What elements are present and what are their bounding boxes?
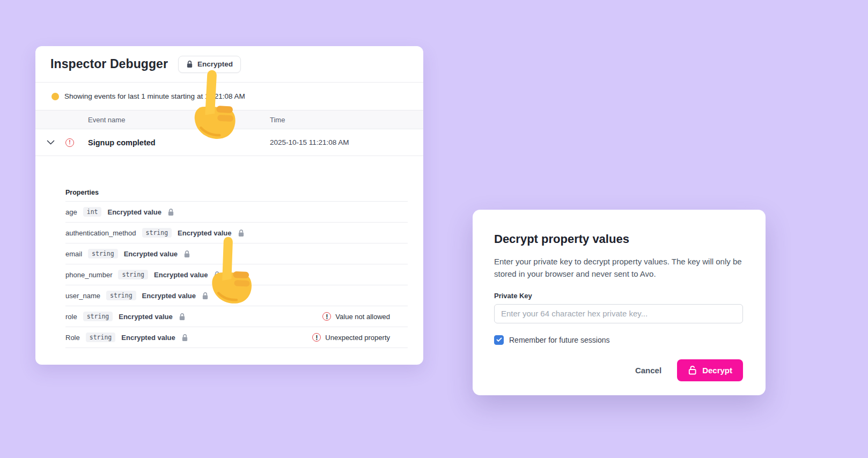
unlock-icon [688, 365, 697, 375]
property-type-badge: string [142, 228, 172, 238]
property-name: phone_number [65, 271, 112, 279]
lock-icon[interactable] [202, 292, 209, 300]
page-background: Inspector Debugger Encrypted Showing eve… [0, 0, 868, 458]
lock-icon[interactable] [183, 250, 190, 258]
dialog-title: Decrypt property values [494, 232, 743, 246]
property-type-badge: string [106, 291, 136, 300]
events-table-header: Event name Time [35, 110, 423, 129]
status-text: Showing events for last 1 minute startin… [64, 92, 245, 100]
private-key-input[interactable] [494, 304, 743, 323]
status-bar: Showing events for last 1 minute startin… [35, 82, 423, 110]
property-row: phone_number string Encrypted value ! [65, 264, 408, 285]
property-encrypted-value: Encrypted value [154, 271, 208, 279]
error-warning-icon: ! [312, 333, 321, 342]
column-header-event-name: Event name [88, 116, 125, 124]
property-row: email string Encrypted value ! [65, 243, 408, 264]
decrypt-button[interactable]: Decrypt [677, 359, 743, 381]
property-error: ! Value not allowed [322, 312, 408, 321]
checkmark-icon [496, 337, 502, 342]
property-encrypted-value: Encrypted value [107, 208, 161, 216]
property-type-badge: int [83, 207, 102, 217]
property-name: Role [65, 334, 80, 342]
property-type-badge: string [86, 333, 116, 342]
remember-checkbox-label: Remember for future sessions [509, 336, 610, 344]
column-header-time: Time [270, 116, 285, 124]
expand-chevron-button[interactable] [43, 135, 58, 150]
panel-header: Inspector Debugger Encrypted [35, 46, 423, 82]
property-error: ! Unexpected property [312, 333, 408, 342]
property-row: user_name string Encrypted value ! [65, 285, 408, 306]
event-row-signup-completed[interactable]: ! Signup completed 2025-10-15 11:21:08 A… [35, 129, 423, 156]
property-encrypted-value: Encrypted value [121, 334, 175, 342]
decrypt-dialog: Decrypt property values Enter your priva… [473, 210, 766, 395]
property-type-badge: string [83, 312, 113, 321]
property-encrypted-value: Encrypted value [119, 313, 172, 321]
property-row: age int Encrypted value ! [65, 201, 408, 222]
dialog-description: Enter your private key to decrypt proper… [494, 255, 743, 280]
property-encrypted-value: Encrypted value [124, 250, 178, 258]
event-name: Signup completed [88, 138, 156, 147]
lock-icon [186, 60, 193, 68]
property-row: Role string Encrypted value ! Unexpected… [65, 327, 408, 348]
decrypt-button-label: Decrypt [702, 366, 732, 375]
event-time: 2025-10-15 11:21:08 AM [270, 138, 349, 146]
property-row: authentication_method string Encrypted v… [65, 222, 408, 243]
event-warning-icon: ! [65, 138, 74, 147]
property-error-text: Value not allowed [335, 313, 390, 321]
property-type-badge: string [118, 270, 148, 279]
page-title: Inspector Debugger [50, 57, 168, 71]
remember-checkbox[interactable] [494, 335, 504, 345]
property-encrypted-value: Encrypted value [142, 292, 196, 300]
property-name: role [65, 313, 77, 321]
property-type-badge: string [88, 249, 118, 258]
private-key-label: Private Key [494, 292, 743, 300]
property-name: authentication_method [65, 229, 136, 237]
properties-list: age int Encrypted value ! authentication… [65, 201, 408, 348]
inspector-debugger-panel: Inspector Debugger Encrypted Showing eve… [35, 46, 423, 365]
property-name: user_name [65, 292, 100, 300]
dialog-footer: Cancel Decrypt [494, 359, 743, 381]
property-error-text: Unexpected property [325, 334, 390, 342]
property-encrypted-value: Encrypted value [178, 229, 231, 237]
status-dot-icon [52, 93, 59, 100]
property-name: age [65, 208, 77, 216]
encrypted-toggle-button[interactable]: Encrypted [178, 56, 241, 73]
lock-icon[interactable] [179, 313, 186, 321]
lock-icon[interactable] [238, 229, 245, 237]
cancel-button[interactable]: Cancel [635, 366, 661, 375]
property-row: role string Encrypted value ! Value not … [65, 306, 408, 327]
chevron-down-icon [47, 140, 55, 145]
lock-icon[interactable] [214, 271, 220, 279]
properties-section-title: Properties [65, 189, 408, 201]
property-name: email [65, 250, 82, 258]
remember-checkbox-row[interactable]: Remember for future sessions [494, 335, 743, 345]
lock-icon[interactable] [167, 208, 174, 216]
lock-icon[interactable] [181, 334, 188, 342]
encrypted-button-label: Encrypted [197, 60, 233, 68]
error-warning-icon: ! [322, 312, 331, 321]
event-details-expanded: Properties age int Encrypted value ! aut… [35, 156, 423, 348]
